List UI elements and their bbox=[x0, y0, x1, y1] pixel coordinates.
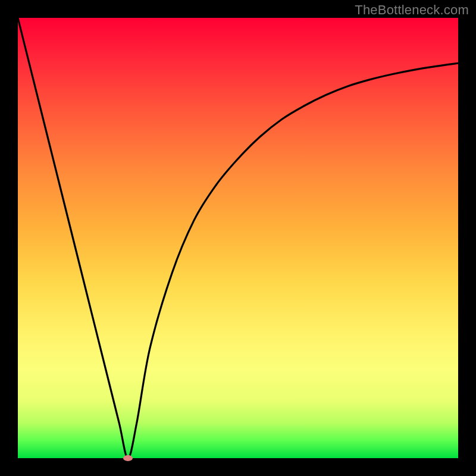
bottleneck-curve bbox=[18, 18, 458, 458]
plot-area bbox=[18, 18, 458, 458]
bottleneck-minimum-marker bbox=[123, 455, 133, 461]
chart-frame: TheBottleneck.com bbox=[0, 0, 476, 476]
curve-svg bbox=[18, 18, 458, 458]
attribution-text: TheBottleneck.com bbox=[355, 2, 469, 18]
